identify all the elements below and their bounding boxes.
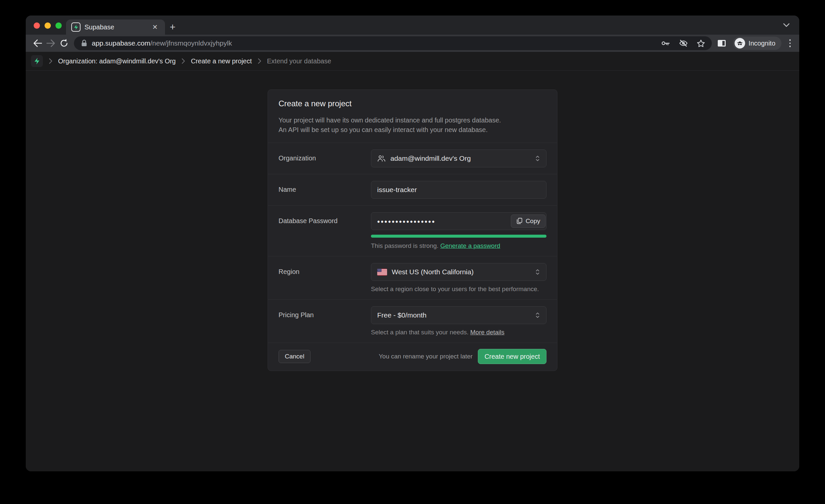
maximize-window-button[interactable] — [56, 22, 62, 29]
create-project-card: Create a new project Your project will h… — [268, 89, 557, 371]
pricing-label: Pricing Plan — [279, 306, 371, 336]
us-flag-icon — [377, 269, 387, 276]
select-chevrons-icon — [535, 267, 540, 277]
create-new-project-button[interactable]: Create new project — [478, 349, 546, 364]
bookmark-star-icon[interactable] — [697, 39, 705, 48]
copy-icon — [516, 218, 523, 225]
padlock-icon — [80, 39, 88, 47]
password-label: Database Password — [279, 212, 371, 249]
name-label: Name — [279, 181, 371, 199]
reload-button[interactable] — [57, 37, 71, 50]
region-row: Region West US (North California) — [268, 257, 557, 299]
url-host: app.supabase.com — [92, 39, 150, 47]
tab-close-icon[interactable]: ✕ — [150, 22, 160, 32]
more-details-link[interactable]: More details — [470, 329, 505, 336]
page-content: Create a new project Your project will h… — [26, 71, 799, 471]
new-tab-button[interactable]: + — [165, 19, 180, 34]
forward-button[interactable] — [44, 37, 57, 50]
region-select[interactable]: West US (North California) — [371, 263, 546, 281]
organization-value: adam@windmill.dev's Org — [390, 154, 471, 162]
description-line-1: Your project will have its own dedicated… — [279, 116, 546, 125]
card-footer: Cancel You can rename your project later… — [268, 343, 557, 371]
password-masked-value: •••••••••••••••• — [377, 217, 511, 226]
close-window-button[interactable] — [34, 22, 40, 29]
name-row: Name issue-tracker — [268, 174, 557, 205]
back-button[interactable] — [31, 37, 44, 50]
copy-password-button[interactable]: Copy — [511, 215, 545, 228]
region-help-text: Select a region close to your users for … — [371, 286, 546, 293]
tab-strip: Supabase ✕ + — [26, 15, 799, 34]
incognito-icon — [735, 38, 745, 49]
incognito-badge: Incognito — [733, 37, 781, 50]
browser-tab-supabase[interactable]: Supabase ✕ — [66, 19, 165, 34]
pricing-select[interactable]: Free - $0/month — [371, 306, 546, 324]
organization-row: Organization adam@windmill.dev's Org — [268, 143, 557, 174]
breadcrumb: Organization: adam@windmill.dev's Org Cr… — [26, 52, 799, 71]
supabase-logo-icon[interactable] — [31, 55, 43, 67]
name-input[interactable]: issue-tracker — [371, 181, 546, 199]
organization-label: Organization — [279, 149, 371, 167]
browser-menu-icon[interactable] — [786, 37, 794, 49]
users-icon — [377, 154, 386, 162]
breadcrumb-create-project[interactable]: Create a new project — [191, 57, 252, 65]
description-line-2: An API will be set up so you can easily … — [279, 125, 546, 135]
browser-window: Supabase ✕ + app — [26, 15, 799, 471]
incognito-label: Incognito — [748, 40, 775, 47]
password-input[interactable]: •••••••••••••••• Copy — [371, 212, 546, 230]
eye-slash-icon[interactable] — [679, 39, 688, 47]
pricing-row: Pricing Plan Free - $0/month Select a pl… — [268, 300, 557, 343]
generate-password-link[interactable]: Generate a password — [440, 242, 500, 249]
tab-search-chevron-icon[interactable] — [783, 23, 790, 27]
minimize-window-button[interactable] — [45, 22, 51, 29]
pricing-value: Free - $0/month — [377, 311, 426, 319]
select-chevrons-icon — [535, 154, 540, 163]
organization-select[interactable]: adam@windmill.dev's Org — [371, 149, 546, 167]
rename-note: You can rename your project later — [379, 353, 472, 360]
url-bar[interactable]: app.supabase.com/new/jfnsmqoynldvxjyhpyl… — [74, 36, 712, 50]
window-controls — [34, 22, 62, 29]
breadcrumb-organization[interactable]: Organization: adam@windmill.dev's Org — [58, 57, 175, 65]
region-value: West US (North California) — [392, 268, 473, 276]
side-panel-icon[interactable] — [715, 37, 728, 50]
breadcrumb-extend-database: Extend your database — [267, 57, 331, 65]
select-chevrons-icon — [535, 310, 540, 320]
url-text: app.supabase.com/new/jfnsmqoynldvxjyhpyl… — [92, 39, 232, 47]
chevron-right-icon — [48, 58, 53, 64]
name-value: issue-tracker — [377, 186, 417, 194]
chevron-right-icon — [181, 58, 185, 64]
cancel-button[interactable]: Cancel — [279, 350, 310, 363]
password-key-icon[interactable] — [661, 40, 670, 47]
copy-label: Copy — [526, 218, 540, 225]
region-label: Region — [279, 263, 371, 293]
page-title: Create a new project — [279, 99, 546, 108]
tab-title: Supabase — [84, 23, 150, 31]
password-strength-bar — [371, 235, 546, 238]
url-path: /new/jfnsmqoynldvxjyhpylk — [150, 39, 232, 47]
supabase-favicon-icon — [71, 22, 80, 32]
chevron-right-icon — [257, 58, 262, 64]
browser-toolbar: app.supabase.com/new/jfnsmqoynldvxjyhpyl… — [26, 34, 799, 52]
password-strength-text: This password is strong. — [371, 242, 439, 249]
pricing-help-text: Select a plan that suits your needs. — [371, 329, 469, 336]
password-row: Database Password •••••••••••••••• Copy — [268, 206, 557, 256]
